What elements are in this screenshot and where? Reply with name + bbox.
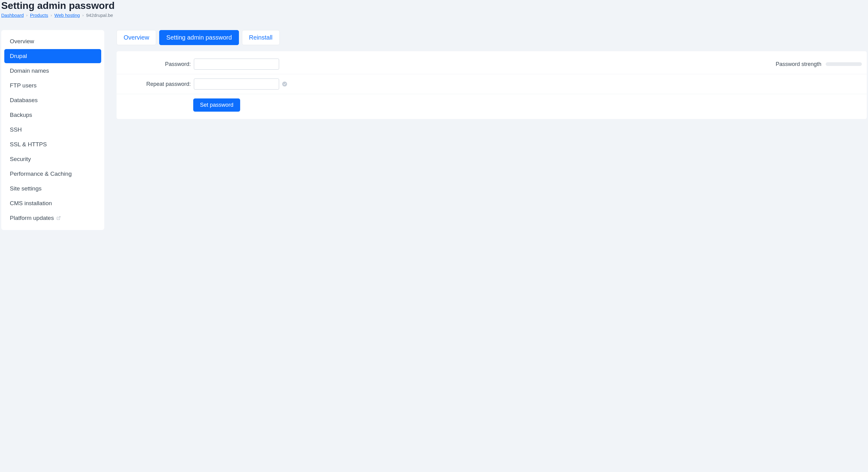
sidebar-item-label: SSH <box>10 126 22 133</box>
breadcrumb-separator: › <box>82 13 84 18</box>
sidebar: OverviewDrupalDomain namesFTP usersDatab… <box>1 30 104 230</box>
breadcrumb-link[interactable]: Products <box>30 12 48 18</box>
submit-row: Set password <box>117 94 867 116</box>
tab-setting-admin-password[interactable]: Setting admin password <box>159 30 239 45</box>
sidebar-item-databases[interactable]: Databases <box>4 93 101 107</box>
sidebar-item-ftp-users[interactable]: FTP users <box>4 78 101 93</box>
sidebar-item-performance-caching[interactable]: Performance & Caching <box>4 167 101 181</box>
password-input[interactable] <box>194 59 279 70</box>
breadcrumb-current: 942drupal.be <box>86 12 113 18</box>
sidebar-item-label: Databases <box>10 97 38 104</box>
sidebar-item-ssl-https[interactable]: SSL & HTTPS <box>4 137 101 152</box>
sidebar-item-label: Overview <box>10 38 34 45</box>
tab-reinstall[interactable]: Reinstall <box>242 30 280 45</box>
password-row: Password: Password strength <box>117 54 867 74</box>
sidebar-item-label: Drupal <box>10 53 27 60</box>
password-label: Password: <box>120 61 194 67</box>
repeat-password-label: Repeat password: <box>120 81 194 87</box>
svg-line-0 <box>58 217 60 218</box>
sidebar-item-label: FTP users <box>10 82 36 89</box>
sidebar-item-domain-names[interactable]: Domain names <box>4 64 101 78</box>
repeat-password-input[interactable] <box>194 78 279 90</box>
sidebar-item-site-settings[interactable]: Site settings <box>4 182 101 196</box>
strength-label: Password strength <box>776 61 822 67</box>
sidebar-item-drupal[interactable]: Drupal <box>4 49 101 63</box>
set-password-button[interactable]: Set password <box>193 98 240 112</box>
sidebar-item-label: Security <box>10 156 31 162</box>
password-form-card: Password: Password strength Repeat passw… <box>117 51 867 119</box>
external-link-icon <box>56 216 61 220</box>
breadcrumb: Dashboard›Products›Web hosting›942drupal… <box>1 12 867 18</box>
breadcrumb-separator: › <box>26 13 27 18</box>
sidebar-item-label: Domain names <box>10 67 49 74</box>
sidebar-item-label: Site settings <box>10 185 42 192</box>
tabs: OverviewSetting admin passwordReinstall <box>117 30 867 45</box>
sidebar-item-label: CMS installation <box>10 200 52 207</box>
page-title: Setting admin password <box>1 0 867 11</box>
sidebar-item-label: Platform updates <box>10 215 54 221</box>
sidebar-item-backups[interactable]: Backups <box>4 108 101 122</box>
sidebar-item-label: SSL & HTTPS <box>10 141 47 148</box>
breadcrumb-link[interactable]: Web hosting <box>54 12 80 18</box>
password-strength: Password strength <box>776 61 862 67</box>
repeat-password-row: Repeat password: <box>117 74 867 94</box>
breadcrumb-separator: › <box>51 13 52 18</box>
sidebar-item-label: Performance & Caching <box>10 170 72 177</box>
sidebar-item-platform-updates[interactable]: Platform updates <box>4 211 101 225</box>
sidebar-item-security[interactable]: Security <box>4 152 101 166</box>
sidebar-item-overview[interactable]: Overview <box>4 34 101 49</box>
tab-overview[interactable]: Overview <box>117 30 156 45</box>
main-content: OverviewSetting admin passwordReinstall … <box>117 30 867 119</box>
check-circle-icon <box>282 82 287 87</box>
strength-bar <box>826 62 862 66</box>
sidebar-item-cms-installation[interactable]: CMS installation <box>4 196 101 210</box>
sidebar-item-ssh[interactable]: SSH <box>4 123 101 137</box>
sidebar-item-label: Backups <box>10 112 32 118</box>
breadcrumb-link[interactable]: Dashboard <box>1 12 24 18</box>
